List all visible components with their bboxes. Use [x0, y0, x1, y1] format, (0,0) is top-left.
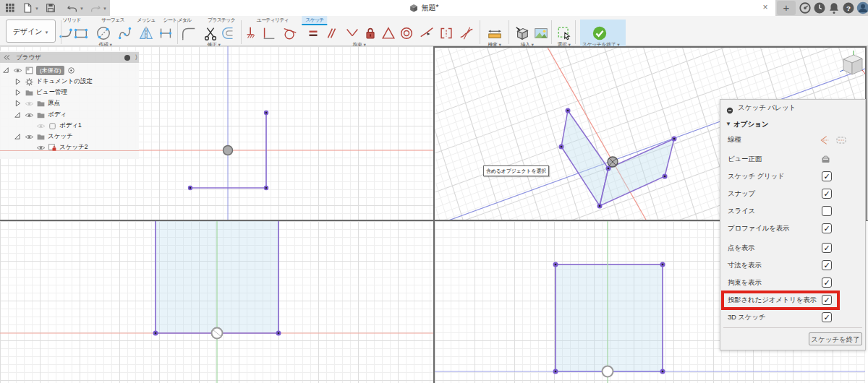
browser-row-ボディ[interactable]: ボディ	[13, 110, 67, 121]
construction-line-icon[interactable]	[819, 134, 830, 146]
checkbox-スナップ[interactable]: ✓	[822, 189, 832, 199]
browser-row-label[interactable]: (未保存)	[36, 66, 64, 75]
eye-icon[interactable]	[25, 99, 34, 108]
tab-プラスチック[interactable]: プラスチック	[204, 16, 239, 25]
checkbox-3D スケッチ[interactable]: ✓	[822, 312, 832, 322]
browser-row-label[interactable]: スケッチ	[48, 132, 73, 141]
constraint-perpendicular-icon[interactable]	[344, 25, 360, 41]
redo-icon[interactable]	[90, 2, 101, 14]
extension-icon[interactable]	[799, 1, 812, 14]
constraint-equal-icon[interactable]	[305, 25, 321, 41]
constraint-coincident-icon[interactable]	[244, 25, 260, 41]
expander-closed-icon[interactable]	[13, 88, 22, 98]
clock-icon[interactable]	[813, 1, 826, 14]
checkbox-寸法を表示[interactable]: ✓	[822, 260, 832, 270]
finish-sketch-check-icon[interactable]	[592, 25, 608, 41]
rectangle-tool-icon[interactable]	[73, 25, 89, 41]
select-tool-icon[interactable]	[556, 25, 572, 41]
tab-ソリッド[interactable]: ソリッド	[59, 16, 84, 25]
constraint-tangent-icon[interactable]	[282, 25, 298, 41]
slot-tool-icon[interactable]	[158, 25, 174, 41]
checkbox-点を表示[interactable]: ✓	[822, 243, 832, 253]
fillet-tool-icon[interactable]	[181, 25, 197, 41]
checkbox-プロファイルを表示[interactable]: ✓	[822, 223, 832, 233]
browser-row-ボディ1[interactable]: ボディ1	[25, 121, 82, 132]
insert-image-icon[interactable]	[533, 25, 549, 41]
browser-row-label[interactable]: 原点	[48, 99, 60, 108]
constraint-polygon-icon[interactable]	[380, 25, 396, 41]
browser-row-原点[interactable]: 原点	[13, 98, 60, 109]
constraint-curvature-icon[interactable]	[459, 25, 475, 41]
expander-closed-icon[interactable]	[13, 77, 22, 87]
checkbox-スケッチ グリッド[interactable]: ✓	[822, 171, 832, 181]
expander-closed-icon[interactable]	[13, 99, 22, 108]
document-tab[interactable]: 無題* ×	[110, 0, 775, 16]
spline-tool-icon[interactable]	[117, 25, 133, 41]
browser-opacity-dot[interactable]	[124, 55, 130, 61]
browser-panel[interactable]: ブラウザ ⟩ (未保存)ドキュメントの設定ビュー管理原点ボディボディ1スケッチス…	[0, 51, 139, 159]
palette-options-section[interactable]: ▼オプション	[720, 117, 865, 132]
new-tab-button[interactable]: +	[777, 1, 796, 15]
offset-tool-icon[interactable]	[221, 25, 237, 41]
viewport-top-left[interactable]: ブラウザ ⟩ (未保存)ドキュメントの設定ビュー管理原点ボディボディ1スケッチス…	[0, 46, 433, 220]
help-icon[interactable]: ?	[842, 1, 855, 14]
origin-point	[212, 328, 223, 339]
mirror-tool-icon[interactable]	[138, 25, 154, 41]
eye-icon[interactable]	[25, 111, 34, 120]
checkbox-拘束を表示[interactable]: ✓	[822, 277, 832, 288]
circle-tool-icon[interactable]	[95, 25, 111, 41]
browser-row-label[interactable]: ボディ1	[59, 121, 82, 130]
constraint-parallel-icon[interactable]	[323, 25, 339, 41]
expander-open-icon[interactable]	[13, 132, 22, 142]
workspace-selector[interactable]: デザイン ▼	[6, 20, 56, 43]
body-icon	[48, 121, 57, 131]
palette-row-label: スケッチ グリッド	[728, 172, 785, 181]
palette-header[interactable]: スケッチ パレット	[720, 100, 865, 116]
app-grid-icon[interactable]	[4, 2, 16, 14]
constraint-midpoint-icon[interactable]	[438, 25, 454, 41]
insert-derive-icon[interactable]	[514, 25, 530, 41]
browser-row-(未保存)[interactable]: (未保存)	[1, 65, 76, 76]
browser-row-ドキュメントの設定[interactable]: ドキュメントの設定	[13, 77, 93, 87]
viewport-divider-vertical[interactable]	[433, 46, 435, 383]
redo-icon-caret[interactable]: ▼	[103, 7, 108, 11]
file-icon[interactable]	[22, 2, 33, 14]
trim-tool-icon[interactable]	[203, 25, 218, 41]
centerline-icon[interactable]	[835, 134, 848, 146]
browser-row-スケッチ[interactable]: スケッチ	[13, 132, 73, 142]
browser-row-label[interactable]: ドキュメントの設定	[36, 77, 93, 86]
browser-row-スケッチ2[interactable]: スケッチ2	[25, 142, 88, 153]
constraint-symmetry-icon[interactable]	[419, 25, 435, 41]
save-icon[interactable]	[45, 2, 56, 14]
activate-radio-icon[interactable]	[67, 66, 76, 75]
expander-open-icon[interactable]	[1, 66, 11, 75]
browser-row-label[interactable]: ビュー管理	[36, 88, 67, 97]
eye-icon[interactable]	[13, 66, 22, 75]
palette-collapse-icon[interactable]	[726, 104, 733, 111]
modeling-canvas[interactable]: ブラウザ ⟩ (未保存)ドキュメントの設定ビュー管理原点ボディボディ1スケッチス…	[0, 46, 868, 383]
constraint-perpendicular-corner-icon[interactable]	[261, 25, 277, 41]
constraint-concentric-icon[interactable]	[399, 25, 414, 41]
undo-icon[interactable]	[67, 2, 78, 14]
expander-open-icon[interactable]	[13, 111, 22, 120]
eye-icon[interactable]	[36, 121, 46, 131]
browser-row-label[interactable]: ボディ	[48, 111, 67, 119]
tab-メッシュ[interactable]: メッシュ	[133, 16, 158, 25]
file-icon-caret[interactable]: ▼	[35, 7, 40, 11]
notification-bell-icon[interactable]	[827, 1, 841, 14]
viewport-bottom-left[interactable]	[0, 221, 433, 383]
tab-ユーティリティ[interactable]: ユーティリティ	[253, 16, 292, 25]
tab-サーフェス[interactable]: サーフェス	[98, 16, 128, 25]
eye-icon[interactable]	[25, 132, 34, 142]
constraint-fix-lock-icon[interactable]	[362, 25, 378, 41]
measure-icon[interactable]	[487, 25, 503, 41]
browser-row-ビュー管理[interactable]: ビュー管理	[13, 87, 67, 98]
tab-スケッチ[interactable]: スケッチ	[302, 16, 327, 25]
avatar-icon[interactable]	[856, 1, 868, 14]
close-tab-icon[interactable]: ×	[760, 2, 770, 12]
browser-header[interactable]: ブラウザ ⟩	[0, 52, 139, 63]
look-at-icon[interactable]	[820, 158, 832, 166]
undo-icon-caret[interactable]: ▼	[80, 7, 85, 11]
finish-sketch-button[interactable]: スケッチを終了	[809, 332, 862, 345]
checkbox-スライス[interactable]	[822, 206, 832, 216]
